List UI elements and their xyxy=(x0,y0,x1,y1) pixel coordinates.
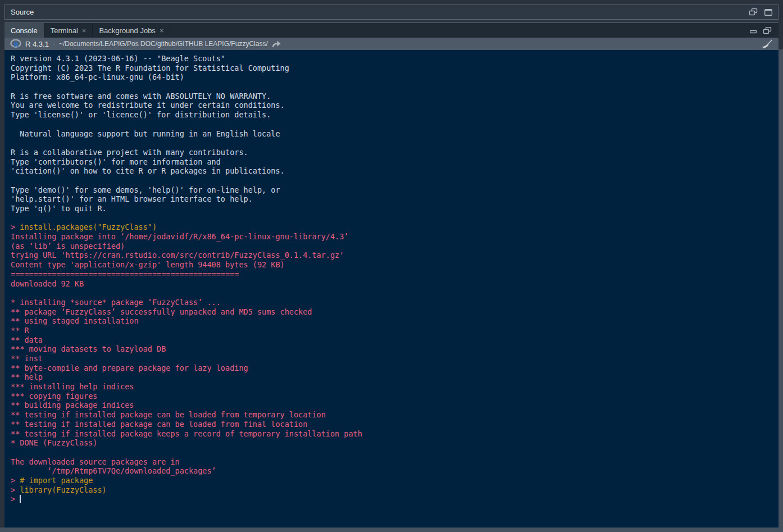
text-cursor xyxy=(20,495,21,503)
console-line: Content type 'application/x-gzip' length… xyxy=(11,260,779,270)
pane-splitter-right[interactable] xyxy=(779,49,783,528)
tab-terminal-label: Terminal xyxy=(51,26,78,35)
restore-pane-icon[interactable] xyxy=(763,27,772,34)
console-line: * installing *source* package ‘FuzzyClas… xyxy=(11,298,779,307)
maximize-pane-icon[interactable] xyxy=(764,9,772,16)
console-line xyxy=(11,138,779,148)
tab-background-jobs[interactable]: Background Jobs × xyxy=(93,23,170,38)
console-line: ** testing if installed package keeps a … xyxy=(11,429,779,439)
console-line xyxy=(11,288,779,298)
console-line: Copyright (C) 2023 The R Foundation for … xyxy=(11,63,779,73)
console-line: ** R xyxy=(11,326,779,335)
console-line: ** package ‘FuzzyClass’ successfully unp… xyxy=(11,307,779,317)
console-line: R is free software and comes with ABSOLU… xyxy=(11,92,779,101)
tab-background-jobs-label: Background Jobs xyxy=(99,26,155,35)
working-directory-path: ~/Documents/LEAPIG/Pos DOC/github/GITHUB… xyxy=(59,40,268,48)
clear-console-broom-icon[interactable] xyxy=(762,39,773,49)
source-pane-title: Source xyxy=(11,8,34,16)
tab-console[interactable]: Console xyxy=(4,23,44,38)
console-line xyxy=(11,448,779,457)
console-line: *** moving datasets to lazyload DB xyxy=(11,344,779,354)
console-line: Type 'demo()' for some demos, 'help()' f… xyxy=(11,185,779,195)
minimize-pane-icon[interactable] xyxy=(750,27,757,34)
separator-dot: · xyxy=(53,40,55,48)
console-output[interactable]: R version 4.3.1 (2023-06-16) -- "Beagle … xyxy=(4,50,779,528)
console-line: Type 'contributors()' for more informati… xyxy=(11,157,779,167)
tab-terminal[interactable]: Terminal × xyxy=(44,23,93,38)
console-line: trying URL 'https://cran.rstudio.com/src… xyxy=(11,251,779,260)
r-version-label: R 4.3.1 xyxy=(25,40,49,48)
console-line: Type 'q()' to quit R. xyxy=(11,204,779,213)
console-line: ** testing if installed package can be l… xyxy=(11,420,779,429)
console-line: > xyxy=(11,494,779,504)
console-line: *** installing help indices xyxy=(11,382,779,392)
console-line: ** byte-compile and prepare package for … xyxy=(11,363,779,373)
console-toolbar: R R 4.3.1 · ~/Documents/LEAPIG/Pos DOC/g… xyxy=(4,38,779,50)
close-icon[interactable]: × xyxy=(82,27,87,34)
console-line: ** testing if installed package can be l… xyxy=(11,410,779,420)
console-line: Natural language support but running in … xyxy=(11,129,779,139)
r-logo-icon: R xyxy=(10,39,21,48)
close-icon[interactable]: × xyxy=(160,27,164,34)
tab-console-label: Console xyxy=(11,26,38,35)
console-pane: Console Terminal × Background Jobs × xyxy=(4,22,779,528)
console-line: > # import package xyxy=(11,476,779,485)
console-line: R version 4.3.1 (2023-06-16) -- "Beagle … xyxy=(11,54,779,63)
console-line: The downloaded source packages are in xyxy=(11,457,779,467)
console-line: * DONE (FuzzyClass) xyxy=(11,438,779,448)
console-line: ** help xyxy=(11,372,779,382)
console-line: downloaded 92 KB xyxy=(11,279,779,289)
console-line: R is a collaborative project with many c… xyxy=(11,148,779,157)
console-line: > library(FuzzyClass) xyxy=(11,485,779,495)
console-line xyxy=(11,213,779,223)
console-line: 'help.start()' for an HTML browser inter… xyxy=(11,194,779,204)
console-line: ** data xyxy=(11,335,779,345)
console-line: ** building package indices xyxy=(11,401,779,410)
source-pane-header: Source xyxy=(4,4,779,20)
console-tab-bar: Console Terminal × Background Jobs × xyxy=(4,23,779,38)
console-line: ** using staged installation xyxy=(11,316,779,326)
console-line: 'citation()' on how to cite R or R packa… xyxy=(11,166,779,176)
goto-directory-arrow-icon[interactable] xyxy=(272,40,281,48)
console-line: You are welcome to redistribute it under… xyxy=(11,101,779,110)
console-line: Installing package into ‘/home/jodavidf/… xyxy=(11,232,779,242)
restore-pane-icon[interactable] xyxy=(749,8,758,16)
console-line: Type 'license()' or 'licence()' for dist… xyxy=(11,110,779,120)
svg-text:R: R xyxy=(13,41,19,49)
console-line: Platform: x86_64-pc-linux-gnu (64-bit) xyxy=(11,72,779,82)
console-line: (as ‘lib’ is unspecified) xyxy=(11,242,779,251)
console-line xyxy=(11,120,779,129)
console-line xyxy=(11,176,779,185)
console-line: ‘/tmp/Rtmp6TV7Qe/downloaded_packages’ xyxy=(11,466,779,476)
console-line: ========================================… xyxy=(11,270,779,279)
console-line: > install.packages("FuzzyClass") xyxy=(11,222,779,232)
console-line: *** copying figures xyxy=(11,392,779,401)
console-line: ** inst xyxy=(11,354,779,363)
pane-splitter-bottom[interactable] xyxy=(0,528,783,532)
console-line xyxy=(11,82,779,92)
